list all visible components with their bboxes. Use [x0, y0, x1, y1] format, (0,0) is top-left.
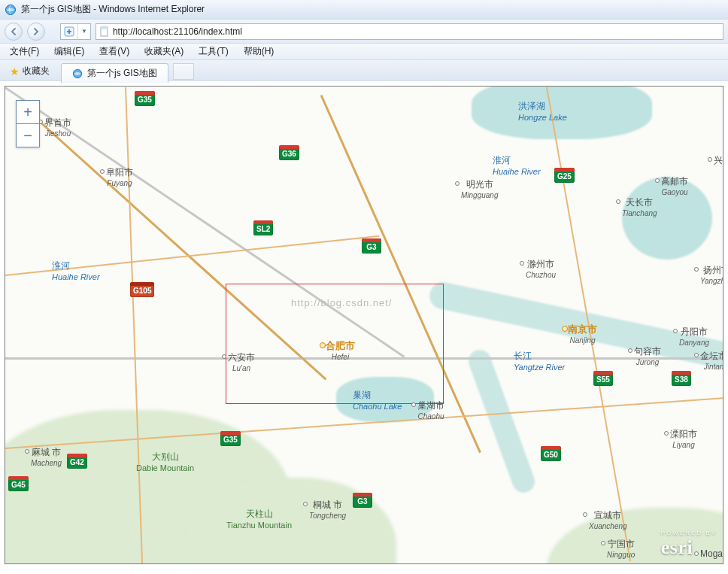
- city-marker: [222, 354, 226, 359]
- navigation-bar: ▼: [0, 20, 728, 44]
- highway-shield-G50: G50: [541, 446, 561, 461]
- ie-icon: [5, 4, 17, 16]
- highway-shield-G45: G45: [8, 476, 29, 491]
- city-marker: [601, 541, 605, 545]
- city-marker: [320, 342, 326, 348]
- esri-attribution: POWERED BY esri: [661, 530, 717, 559]
- highway-shield-G3b: G3: [353, 493, 372, 508]
- city-marker: [673, 329, 678, 333]
- svg-rect-3: [101, 27, 108, 29]
- city-marker: [25, 449, 29, 454]
- water-label: 淮河Huaihe River: [52, 260, 100, 281]
- city-marker: [664, 431, 669, 436]
- esri-logo-text: esri: [661, 536, 693, 558]
- menu-edit[interactable]: 编辑(E): [47, 43, 91, 60]
- powered-by-label: POWERED BY: [661, 530, 717, 536]
- city-marker: [628, 348, 632, 353]
- menu-view[interactable]: 查看(V): [93, 43, 136, 60]
- browser-tab-active[interactable]: 第一个js GIS地图: [61, 63, 168, 83]
- ie-icon: [72, 68, 83, 79]
- city-marker: [100, 169, 105, 174]
- mountain-label: 大别山Dabie Mountain: [136, 451, 194, 472]
- highway-shield-SL2: SL2: [253, 220, 273, 235]
- city-marker: [303, 502, 308, 506]
- highway-shield-G3a: G3: [362, 238, 381, 254]
- menu-fav[interactable]: 收藏夹(A): [138, 43, 190, 60]
- zoom-in-button[interactable]: +: [17, 101, 39, 123]
- menu-tools[interactable]: 工具(T): [192, 43, 235, 60]
- tab-title: 第一个js GIS地图: [87, 67, 157, 80]
- city-marker: [708, 157, 712, 162]
- zoom-control: + −: [16, 100, 40, 147]
- highway-shield-G35b: G35: [220, 431, 241, 446]
- compat-plus-icon: [61, 24, 77, 39]
- lake-gaoyou: [622, 177, 712, 260]
- zoom-out-button[interactable]: −: [17, 124, 39, 147]
- favorites-label: 收藏夹: [23, 65, 50, 77]
- watermark: http://blog.csdn.net/: [291, 297, 392, 308]
- city-marker: [694, 353, 699, 357]
- favorites-bar: ★ 收藏夹 第一个js GIS地图: [0, 60, 728, 81]
- city-marker: [411, 402, 416, 407]
- city-marker: [583, 512, 587, 517]
- highway-shield-G35a: G35: [135, 91, 155, 106]
- compatibility-split-button[interactable]: ▼: [60, 23, 91, 40]
- map-canvas[interactable]: http://blog.csdn.net/ G35G36G25SL2G3G105…: [5, 87, 723, 563]
- menu-help[interactable]: 帮助(H): [237, 43, 281, 60]
- window-titlebar: 第一个js GIS地图 - Windows Internet Explorer: [0, 0, 728, 20]
- menu-bar: 文件(F) 编辑(E) 查看(V) 收藏夹(A) 工具(T) 帮助(H): [0, 44, 728, 60]
- highway-shield-S38: S38: [672, 371, 691, 386]
- mountain-label: 天柱山Tianzhu Mountain: [226, 508, 292, 530]
- highway-shield-G105: G105: [130, 282, 154, 297]
- city-marker: [562, 326, 568, 332]
- favorites-button[interactable]: ★ 收藏夹: [3, 63, 56, 80]
- water-label: 淮河Huaihe River: [493, 154, 541, 176]
- highway-shield-G42: G42: [67, 454, 87, 469]
- city-marker: [616, 199, 620, 204]
- city-marker: [655, 178, 660, 183]
- menu-file[interactable]: 文件(F): [3, 43, 46, 60]
- back-button[interactable]: [5, 23, 23, 41]
- water-label: 巢湖Chaohu Lake: [353, 389, 402, 411]
- highway-shield-S55: S55: [593, 371, 613, 386]
- page-icon: [99, 26, 110, 37]
- address-bar[interactable]: [96, 23, 723, 40]
- new-tab-button[interactable]: [173, 63, 194, 80]
- dropdown-icon: ▼: [78, 24, 90, 39]
- highway-shield-G36: G36: [279, 145, 299, 160]
- city-marker: [520, 261, 524, 266]
- water-label: 长江Yangtze River: [514, 350, 565, 372]
- highway-shield-G25: G25: [554, 168, 575, 183]
- forward-button[interactable]: [27, 23, 45, 41]
- water-label: 洪泽湖Hongze Lake: [518, 100, 567, 122]
- window-title: 第一个js GIS地图 - Windows Internet Explorer: [21, 3, 205, 16]
- map-viewport[interactable]: http://blog.csdn.net/ G35G36G25SL2G3G105…: [5, 86, 723, 564]
- city-marker: [455, 181, 460, 186]
- url-input[interactable]: [113, 26, 720, 37]
- star-icon: ★: [10, 66, 20, 77]
- city-marker: [694, 267, 699, 272]
